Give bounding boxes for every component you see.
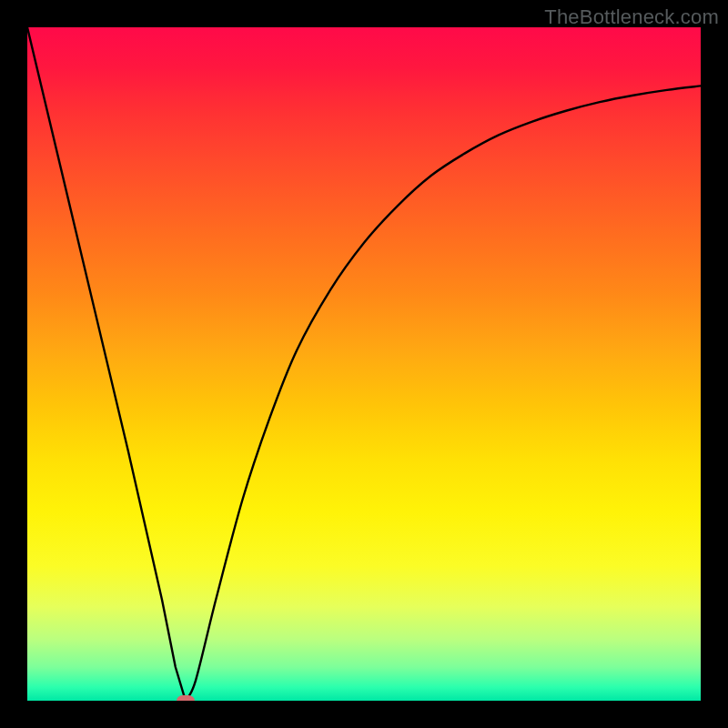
min-point-marker xyxy=(177,695,195,701)
bottleneck-curve xyxy=(27,27,701,701)
chart-frame: TheBottleneck.com xyxy=(0,0,728,728)
watermark-text: TheBottleneck.com xyxy=(544,5,719,29)
plot-area xyxy=(27,27,701,701)
